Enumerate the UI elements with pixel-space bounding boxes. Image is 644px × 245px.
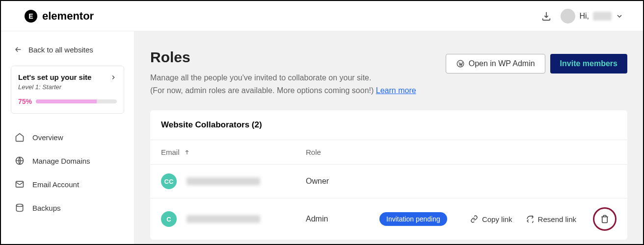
chevron-right-icon	[110, 74, 117, 81]
table-row: CC Owner	[150, 165, 627, 198]
username-redacted	[593, 12, 612, 21]
collaborators-heading: Website Collaborators (2)	[150, 110, 627, 140]
collaborators-card: Website Collaborators (2) Email Role CC …	[150, 110, 627, 240]
learn-more-link[interactable]: Learn more	[376, 86, 416, 95]
role-value: Admin	[306, 215, 379, 223]
page-title: Roles	[150, 49, 416, 66]
email-redacted	[187, 177, 260, 185]
sidebar-item-overview[interactable]: Overview	[11, 125, 124, 149]
arrow-left-icon	[14, 45, 23, 54]
delete-collaborator-button[interactable]	[593, 207, 617, 231]
setup-card[interactable]: Let's set up your site Level 1: Starter …	[11, 66, 124, 114]
column-email[interactable]: Email	[161, 148, 306, 156]
sidebar-item-backups[interactable]: Backups	[11, 196, 124, 220]
link-icon	[470, 215, 478, 223]
refresh-icon	[526, 215, 534, 223]
column-role: Role	[306, 148, 379, 156]
collaborator-avatar: C	[161, 211, 177, 227]
avatar	[561, 9, 575, 24]
download-icon[interactable]	[541, 11, 552, 22]
back-label: Back to all websites	[28, 46, 93, 54]
nav-label: Backups	[32, 204, 61, 212]
status-badge: Invitation pending	[379, 212, 447, 226]
page-description: Manage all the people you've invited to …	[150, 72, 416, 97]
nav-label: Email Account	[32, 180, 79, 189]
mail-icon	[15, 179, 25, 189]
sidebar: Back to all websites Let's set up your s…	[1, 31, 134, 245]
setup-level: Level 1: Starter	[18, 83, 117, 91]
back-to-websites-link[interactable]: Back to all websites	[14, 45, 121, 54]
open-wp-admin-button[interactable]: Open in WP Admin	[446, 54, 545, 74]
chevron-down-icon	[616, 12, 623, 20]
wordpress-icon	[456, 59, 465, 68]
greeting-text: Hi,	[579, 12, 589, 21]
resend-link-button[interactable]: Resend link	[526, 215, 576, 223]
setup-title: Let's set up your site	[18, 73, 91, 81]
elementor-icon: E	[25, 10, 37, 23]
table-header: Email Role	[150, 140, 627, 165]
invite-members-button[interactable]: Invite members	[550, 54, 627, 74]
user-menu[interactable]: Hi,	[561, 9, 623, 24]
role-value: Owner	[306, 177, 379, 186]
setup-percent: 75%	[18, 98, 32, 105]
table-row: C Admin Invitation pending Copy link Res…	[150, 198, 627, 240]
brand-logo[interactable]: E elementor	[25, 10, 94, 23]
database-icon	[15, 203, 25, 213]
topbar-right: Hi,	[541, 9, 623, 24]
collaborator-avatar: CC	[161, 173, 177, 189]
trash-icon	[600, 215, 609, 223]
sidebar-item-email[interactable]: Email Account	[11, 172, 124, 196]
svg-point-2	[16, 204, 23, 207]
main-content: Roles Manage all the people you've invit…	[134, 31, 643, 245]
nav-label: Manage Domains	[32, 157, 90, 165]
arrow-up-icon	[184, 149, 190, 156]
sidebar-item-domains[interactable]: Manage Domains	[11, 149, 124, 172]
progress-bar	[36, 99, 117, 103]
nav-label: Overview	[32, 133, 63, 142]
home-icon	[15, 132, 25, 142]
email-redacted	[187, 215, 260, 223]
globe-icon	[15, 156, 25, 166]
copy-link-button[interactable]: Copy link	[470, 215, 512, 223]
brand-name: elementor	[42, 10, 94, 23]
topbar: E elementor Hi,	[1, 1, 643, 31]
